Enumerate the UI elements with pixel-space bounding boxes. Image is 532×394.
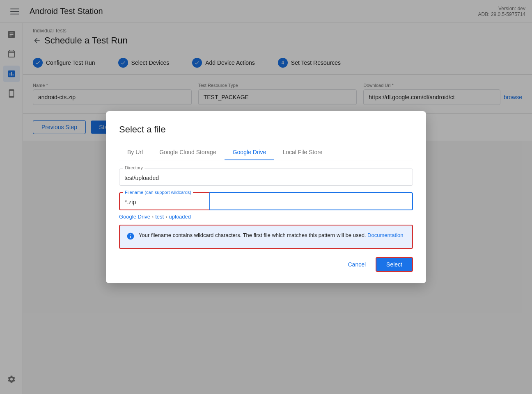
- path-part-google-drive[interactable]: Google Drive: [119, 214, 150, 220]
- filename-right-box[interactable]: [209, 192, 413, 210]
- filename-input[interactable]: [215, 197, 407, 204]
- filename-wrapper: Filename (can support wildcards) *.zip: [119, 192, 413, 210]
- dialog-cancel-button[interactable]: Cancel: [343, 258, 371, 271]
- dialog-title: Select a file: [119, 124, 413, 135]
- directory-field: Directory: [119, 169, 413, 186]
- info-box: Your filename contains wildcard characte…: [119, 225, 413, 249]
- filename-display: *.zip: [125, 199, 204, 205]
- dialog-tabs: By Url Google Cloud Storage Google Drive…: [119, 145, 413, 160]
- tab-google-cloud-storage[interactable]: Google Cloud Storage: [151, 145, 225, 160]
- path-sep-2: ›: [165, 214, 167, 220]
- info-text: Your filename contains wildcard characte…: [139, 231, 404, 239]
- path-sep-1: ›: [152, 214, 154, 220]
- path-part-test[interactable]: test: [155, 214, 164, 220]
- select-file-dialog: Select a file By Url Google Cloud Storag…: [106, 111, 426, 283]
- info-icon: [126, 232, 135, 242]
- path-breadcrumb: Google Drive › test › uploaded: [119, 214, 413, 220]
- tab-google-drive[interactable]: Google Drive: [225, 145, 275, 160]
- dialog-select-button[interactable]: Select: [376, 257, 413, 272]
- documentation-link[interactable]: Documentation: [367, 232, 403, 238]
- directory-input[interactable]: [119, 169, 413, 186]
- directory-label: Directory: [123, 165, 144, 170]
- dialog-actions: Cancel Select: [119, 257, 413, 272]
- filename-label: Filename (can support wildcards): [123, 190, 193, 195]
- path-part-uploaded[interactable]: uploaded: [169, 214, 191, 220]
- tab-by-url[interactable]: By Url: [119, 145, 151, 160]
- tab-local-file-store[interactable]: Local File Store: [274, 145, 330, 160]
- modal-overlay[interactable]: Select a file By Url Google Cloud Storag…: [0, 0, 532, 394]
- filename-left-box: Filename (can support wildcards) *.zip: [119, 192, 209, 210]
